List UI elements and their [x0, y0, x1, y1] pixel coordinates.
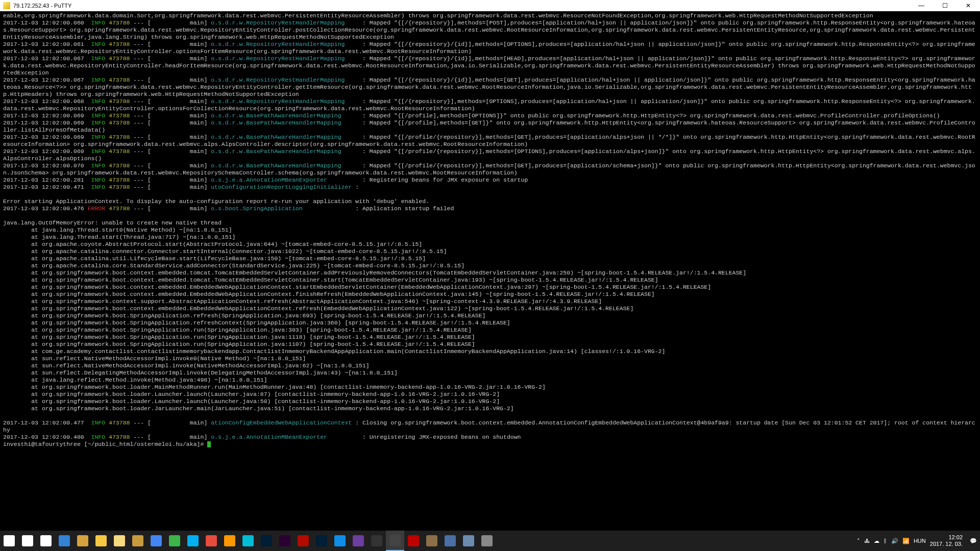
cmd-icon [371, 535, 382, 546]
tray-notifications-icon[interactable]: 💬 [970, 538, 977, 544]
explorer2-icon [132, 535, 143, 546]
app4-icon [463, 535, 474, 546]
premiere-icon [279, 535, 290, 546]
taskbar-app-acrobat[interactable] [294, 531, 312, 551]
putty-icon [3, 2, 10, 9]
maximize-button[interactable]: ☐ [933, 0, 957, 11]
taskbar-app-store[interactable] [74, 531, 92, 551]
tray-volume-icon[interactable]: 🔊 [891, 538, 898, 544]
taskbar-app-chrome[interactable] [147, 531, 165, 551]
photoshop-icon [316, 535, 327, 546]
app1-icon [242, 535, 254, 546]
taskbar-app-lightroom[interactable] [257, 531, 276, 551]
close-button[interactable]: ✕ [957, 0, 980, 11]
tray-bluetooth-icon[interactable]: ᛒ [884, 538, 887, 544]
taskview-icon [40, 535, 52, 546]
taskbar-app-app3[interactable] [441, 531, 459, 551]
taskbar-app-cmd[interactable] [368, 531, 386, 551]
taskbar-app-explorer2[interactable] [129, 531, 147, 551]
store-icon [77, 535, 88, 546]
taskbar-app-photoshop[interactable] [312, 531, 331, 551]
tray-network-icon[interactable]: 🖧 [864, 538, 870, 544]
taskbar-app-notepad[interactable] [110, 531, 129, 551]
terminal-cursor [207, 441, 211, 447]
tray-language[interactable]: HUN [914, 538, 926, 544]
taskbar: ˄ 🖧 ☁ ᛒ 🔊 📶 HUN 12:02 2017. 12. 03. 💬 [0, 531, 980, 551]
minimize-button[interactable]: — [910, 0, 933, 11]
intellij-icon [353, 535, 364, 546]
titlebar[interactable]: 79.172.252.43 - PuTTY — ☐ ✕ [0, 0, 980, 11]
window-title: 79.172.252.43 - PuTTY [13, 3, 71, 9]
taskbar-app-search[interactable] [18, 531, 37, 551]
taskbar-app-app2[interactable] [423, 531, 441, 551]
start-icon [4, 535, 15, 546]
chrome-icon [151, 535, 162, 546]
taskbar-app-premiere[interactable] [276, 531, 294, 551]
app5-icon [481, 535, 493, 546]
taskbar-app-filezilla[interactable] [404, 531, 423, 551]
taskbar-app-start[interactable] [0, 531, 18, 551]
terminal-output[interactable]: eable,org.springframework.data.domain.So… [0, 11, 980, 531]
taskbar-app-explorer[interactable] [92, 531, 110, 551]
taskbar-app-putty[interactable] [386, 531, 404, 551]
tray-wifi-icon[interactable]: 📶 [902, 538, 910, 544]
utorrent-icon [169, 535, 180, 546]
app3-icon [445, 535, 456, 546]
taskbar-app-teamviewer[interactable] [331, 531, 349, 551]
taskbar-app-app4[interactable] [459, 531, 478, 551]
acrobat-icon [298, 535, 309, 546]
taskbar-app-app5[interactable] [478, 531, 496, 551]
taskbar-app-skype[interactable] [184, 531, 202, 551]
skype-icon [187, 535, 199, 546]
taskbar-app-ccleaner[interactable] [202, 531, 220, 551]
tray-chevron-icon[interactable]: ˄ [857, 538, 860, 544]
explorer-icon [95, 535, 107, 546]
system-tray[interactable]: ˄ 🖧 ☁ ᛒ 🔊 📶 HUN 12:02 2017. 12. 03. 💬 [857, 534, 977, 547]
teamviewer-icon [334, 535, 346, 546]
filezilla-icon [408, 535, 419, 546]
app2-icon [426, 535, 437, 546]
search-icon [22, 535, 33, 546]
tray-clock[interactable]: 12:02 2017. 12. 03. [930, 534, 966, 547]
tray-onedrive-icon[interactable]: ☁ [874, 538, 879, 544]
taskbar-app-sublime[interactable] [220, 531, 239, 551]
taskbar-app-taskview[interactable] [37, 531, 55, 551]
taskbar-app-app1[interactable] [239, 531, 257, 551]
edge-icon [59, 535, 70, 546]
ccleaner-icon [206, 535, 217, 546]
taskbar-app-utorrent[interactable] [165, 531, 184, 551]
notepad-icon [114, 535, 125, 546]
taskbar-app-intellij[interactable] [349, 531, 368, 551]
sublime-icon [224, 535, 235, 546]
lightroom-icon [261, 535, 272, 546]
putty-icon [389, 535, 401, 546]
taskbar-app-edge[interactable] [55, 531, 74, 551]
